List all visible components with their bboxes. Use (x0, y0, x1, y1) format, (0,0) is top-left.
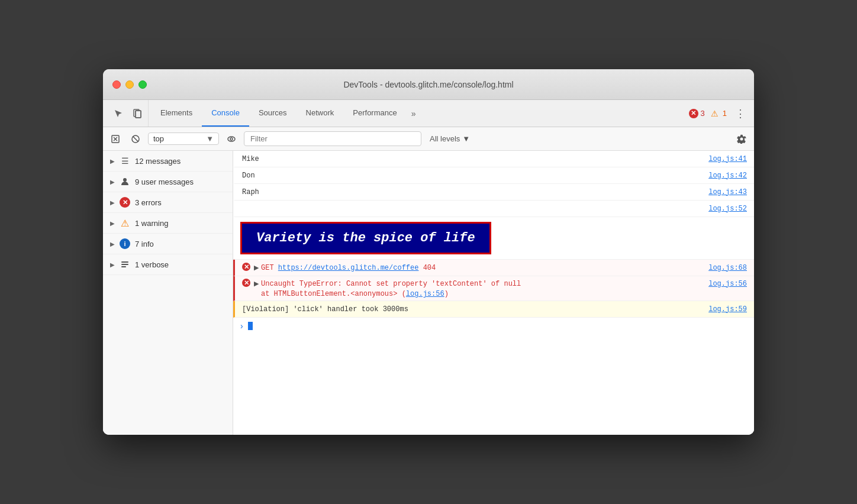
tab-network[interactable]: Network (297, 100, 344, 127)
tab-elements[interactable]: Elements (151, 100, 202, 127)
list-icon: ☰ (120, 156, 130, 166)
console-text: Uncaught TypeError: Cannot set property … (261, 280, 521, 288)
error-row-main: ✕ ▶ Uncaught TypeError: Cannot set prope… (242, 279, 747, 289)
console-row: log.js:52 (233, 201, 754, 217)
clear-console-button[interactable] (108, 131, 123, 147)
sidebar-item-label: 7 info (135, 240, 154, 248)
sidebar-item-label: 1 warning (135, 219, 168, 228)
sidebar-item-label: 12 messages (135, 157, 181, 166)
svg-point-10 (123, 178, 127, 182)
console-text: GET https://devtools.glitch.me/coffee 40… (261, 264, 436, 272)
close-button[interactable] (112, 80, 121, 89)
console-link[interactable]: log.js:56 (708, 280, 747, 288)
eye-icon[interactable] (224, 131, 239, 147)
expand-arrow-icon: ▶ (110, 158, 115, 164)
chevron-down-icon: ▼ (462, 134, 470, 143)
fullscreen-button[interactable] (138, 80, 147, 89)
svg-text:✕: ✕ (244, 263, 249, 270)
svg-line-7 (133, 136, 138, 141)
console-row: Raph log.js:43 (233, 184, 754, 201)
verbose-icon (120, 259, 130, 270)
error-count-badge: ✕ 3 (689, 109, 705, 118)
sidebar-item-warnings[interactable]: ▶ ⚠ 1 warning (103, 213, 233, 234)
console-row-error: ✕ ▶ Uncaught TypeError: Cannot set prope… (233, 276, 754, 301)
more-options-button[interactable]: ⋮ (732, 107, 749, 120)
console-row-error: ✕ ▶ GET https://devtools.glitch.me/coffe… (233, 260, 754, 276)
tab-icons (108, 100, 149, 127)
console-link[interactable]: log.js:42 (708, 172, 747, 180)
block-icon[interactable] (128, 131, 143, 147)
sidebar-item-info[interactable]: ▶ i 7 info (103, 234, 233, 254)
console-row: Mike log.js:41 (233, 151, 754, 167)
info-icon: i (120, 238, 130, 249)
svg-rect-13 (121, 266, 126, 267)
console-row-warning: [Violation] 'click' handler took 3000ms … (233, 301, 754, 318)
expand-arrow-icon: ▶ (110, 199, 115, 206)
sidebar-item-label: 3 errors (135, 198, 162, 207)
sidebar-item-user-messages[interactable]: ▶ 9 user messages (103, 172, 233, 192)
warning-icon: ⚠ (710, 108, 720, 119)
expand-icon[interactable]: ▶ (254, 280, 259, 287)
console-toolbar: top ▼ All levels ▼ (103, 127, 754, 151)
styled-log-inner: Variety is the spice of life (233, 217, 498, 259)
tab-console[interactable]: Console (202, 100, 249, 127)
traffic-lights (112, 80, 147, 89)
devtools-window: DevTools - devtools.glitch.me/console/lo… (103, 69, 754, 435)
svg-point-8 (228, 137, 235, 141)
chevron-down-icon: ▼ (206, 134, 214, 143)
minimize-button[interactable] (125, 80, 134, 89)
console-row: Don log.js:42 (233, 167, 754, 184)
filter-input[interactable] (244, 131, 421, 146)
expand-arrow-icon: ▶ (110, 179, 115, 185)
sidebar: ▶ ☰ 12 messages ▶ 9 user messages ▶ ✕ 3 … (103, 151, 233, 435)
window-title: DevTools - devtools.glitch.me/console/lo… (343, 80, 513, 89)
error-circle-icon: ✕ (242, 279, 250, 289)
sidebar-item-label: 9 user messages (135, 177, 194, 186)
levels-dropdown[interactable]: All levels ▼ (426, 133, 473, 144)
console-text: Mike (242, 155, 708, 163)
console-link[interactable]: log.js:52 (708, 205, 747, 213)
tabs-bar: Elements Console Sources Network Perform… (103, 100, 754, 127)
console-text: Raph (242, 188, 708, 196)
svg-rect-12 (121, 264, 128, 265)
styled-console-row: Variety is the spice of life (233, 217, 754, 260)
device-icon[interactable] (131, 108, 143, 119)
console-link[interactable]: log.js:56 (406, 290, 444, 298)
settings-icon[interactable] (734, 131, 749, 147)
expand-arrow-icon: ▶ (110, 261, 115, 268)
url-link[interactable]: https://devtools.glitch.me/coffee (278, 264, 419, 272)
svg-point-9 (230, 138, 233, 140)
sidebar-item-all-messages[interactable]: ▶ ☰ 12 messages (103, 151, 233, 172)
console-text: [Violation] 'click' handler took 3000ms (242, 305, 708, 314)
svg-rect-11 (121, 261, 128, 263)
main-content: ▶ ☰ 12 messages ▶ 9 user messages ▶ ✕ 3 … (103, 151, 754, 435)
svg-text:✕: ✕ (244, 279, 249, 286)
sidebar-item-errors[interactable]: ▶ ✕ 3 errors (103, 192, 233, 213)
more-tabs-button[interactable]: » (407, 100, 421, 127)
stack-trace-text: at HTMLButtonElement.<anonymous> (log.js… (261, 290, 449, 298)
console-text: Don (242, 172, 708, 180)
context-selector[interactable]: top ▼ (148, 133, 219, 145)
console-prompt-row[interactable]: › (233, 318, 754, 334)
error-circle-icon: ✕ (242, 263, 250, 273)
warning-count-badge: ⚠ 1 (710, 108, 727, 119)
tab-sources[interactable]: Sources (249, 100, 297, 127)
console-link[interactable]: log.js:59 (708, 305, 747, 314)
console-link[interactable]: log.js:41 (708, 155, 747, 163)
error-stack-trace: at HTMLButtonElement.<anonymous> (log.js… (242, 289, 449, 298)
sidebar-item-verbose[interactable]: ▶ 1 verbose (103, 254, 233, 275)
user-icon (120, 176, 130, 187)
styled-text-box: Variety is the spice of life (240, 222, 491, 254)
warning-icon: ⚠ (120, 218, 130, 228)
console-link[interactable]: log.js:68 (708, 264, 747, 272)
console-output: Mike log.js:41 Don log.js:42 Raph log.js… (233, 151, 754, 435)
titlebar: DevTools - devtools.glitch.me/console/lo… (103, 69, 754, 100)
error-icon: ✕ (120, 197, 130, 208)
console-link[interactable]: log.js:43 (708, 188, 747, 196)
prompt-cursor (248, 322, 253, 330)
prompt-arrow-icon: › (240, 321, 243, 331)
tab-performance[interactable]: Performance (343, 100, 406, 127)
cursor-icon[interactable] (112, 108, 124, 119)
expand-icon[interactable]: ▶ (254, 264, 259, 272)
tab-right-area: ✕ 3 ⚠ 1 ⋮ (689, 100, 749, 127)
